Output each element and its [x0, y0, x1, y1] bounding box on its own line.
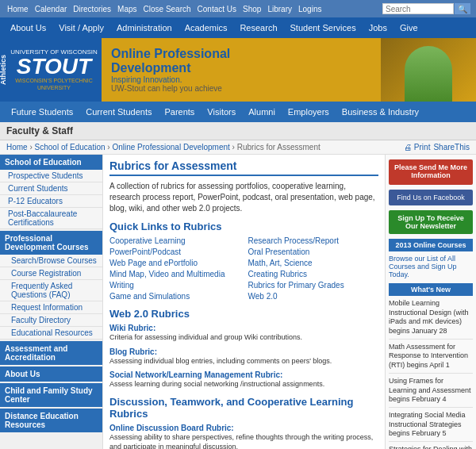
- top-nav-logins[interactable]: Logins: [296, 4, 324, 14]
- info-request-box[interactable]: Please Send Me More Information: [389, 159, 473, 185]
- banner-image: [381, 38, 476, 102]
- sidebar-assessment-section: Assessment and Accreditation: [0, 341, 102, 365]
- top-nav-calendar[interactable]: Calendar: [33, 4, 70, 14]
- secondary-navigation: Future Students Current Students Parents…: [0, 102, 476, 122]
- top-nav-shop[interactable]: Shop: [240, 4, 263, 14]
- secnav-employers[interactable]: Employers: [282, 105, 336, 119]
- person-image: [405, 46, 452, 102]
- quick-links-grid: Cooperative Learning Research Process/Re…: [109, 236, 378, 301]
- sidebar-professional-title[interactable]: Professional Development Courses: [0, 231, 102, 255]
- social-rubric-link[interactable]: Social Network/Learning Management Rubri…: [109, 370, 282, 379]
- newsletter-box[interactable]: Sign Up To Receive Our Newsletter: [389, 210, 473, 234]
- sidebar-child-section: Child and Family Study Center: [0, 383, 102, 407]
- sidebar-prospective[interactable]: Prospective Students: [0, 170, 102, 182]
- sidebar-p12[interactable]: P-12 Educators: [0, 195, 102, 208]
- top-nav-home[interactable]: Home: [5, 4, 31, 14]
- quick-link-math[interactable]: Math, Art, Science: [248, 258, 379, 268]
- web20-title: Web 2.0 Rubrics: [109, 308, 378, 320]
- intro-text: A collection of rubrics for assessing po…: [109, 181, 378, 214]
- blog-rubric-desc: Assessing individual blog entries, inclu…: [109, 357, 378, 366]
- nav-give[interactable]: Give: [394, 21, 424, 35]
- quick-link-oral[interactable]: Oral Presentation: [248, 247, 379, 257]
- sharethis-link[interactable]: ShareThis: [433, 143, 470, 152]
- nav-administration[interactable]: Administration: [111, 21, 178, 35]
- banner: Athletics UNIVERSITY OF WISCONSIN STOUT …: [0, 38, 476, 102]
- event-4-text: Integrating Social Media Instructional S…: [389, 411, 466, 437]
- quick-link-games[interactable]: Game and Simulations: [109, 291, 240, 301]
- sidebar-child-title[interactable]: Child and Family Study Center: [0, 383, 102, 407]
- quick-link-webpage[interactable]: Web Page and ePortfolio: [109, 258, 240, 268]
- top-nav-close-search[interactable]: Close Search: [141, 4, 194, 14]
- sidebar-postbacc[interactable]: Post-Baccalaureate Certifications: [0, 208, 102, 229]
- nav-research[interactable]: Research: [234, 21, 282, 35]
- university-logo: UNIVERSITY OF WISCONSIN STOUT WISCONSIN'…: [6, 38, 102, 102]
- facebook-box[interactable]: Find Us on Facebook: [389, 190, 473, 205]
- faculty-staff-header: Faculty & Staff: [0, 122, 476, 140]
- nav-student-services[interactable]: Student Services: [285, 21, 362, 35]
- banner-tagline: Inspiring Innovation.: [111, 75, 371, 84]
- quick-link-creating[interactable]: Creating Rubrics: [248, 269, 379, 279]
- info-box-title: Please Send Me More Information: [393, 163, 469, 179]
- top-nav-library[interactable]: Library: [265, 4, 294, 14]
- wiki-rubric-link[interactable]: Wiki Rubric:: [109, 324, 155, 332]
- social-rubric: Social Network/Learning Management Rubri…: [109, 370, 378, 390]
- quick-link-mindmap[interactable]: Mind Map, Video and Multimedia: [109, 269, 240, 279]
- sidebar-about-title[interactable]: About Us: [0, 366, 102, 382]
- event-3-text: Using Frames for Learning and Assessment…: [389, 377, 471, 403]
- sidebar-search-browse[interactable]: Search/Browse Courses: [0, 255, 102, 267]
- quick-link-research[interactable]: Research Process/Report: [248, 236, 379, 246]
- top-nav-maps[interactable]: Maps: [115, 4, 139, 14]
- search-input[interactable]: [382, 3, 454, 14]
- sidebar-request-info[interactable]: Request Information: [0, 301, 102, 314]
- sidebar-educational-res[interactable]: Educational Resources: [0, 327, 102, 340]
- sidebar-faq[interactable]: Frequently Asked Questions (FAQ): [0, 280, 102, 301]
- nav-jobs[interactable]: Jobs: [363, 21, 393, 35]
- sidebar-about-section: About Us: [0, 366, 102, 382]
- athletics-label: Athletics: [0, 38, 6, 102]
- blog-rubric: Blog Rubric: Assessing individual blog e…: [109, 347, 378, 366]
- social-rubric-desc: Assess learning during social networking…: [109, 380, 378, 390]
- secnav-business[interactable]: Business & Industry: [336, 105, 425, 119]
- event-4: Integrating Social Media Instructional S…: [389, 411, 473, 442]
- event-5-text: Strategies for Dealing with Disruptive S…: [389, 445, 472, 449]
- sidebar-registration[interactable]: Course Registration: [0, 267, 102, 280]
- secnav-visitors[interactable]: Visitors: [201, 105, 242, 119]
- logo-polytechnic-text: WISCONSIN'S POLYTECHNIC UNIVERSITY: [6, 78, 102, 91]
- secnav-alumni[interactable]: Alumni: [242, 105, 282, 119]
- whats-new-title: What's New: [389, 283, 473, 296]
- nav-academics[interactable]: Academics: [179, 21, 233, 35]
- sidebar-school-title[interactable]: School of Education: [0, 155, 102, 170]
- sidebar-current[interactable]: Current Students: [0, 182, 102, 195]
- quick-link-writing[interactable]: Writing: [109, 280, 240, 290]
- quick-link-primary[interactable]: Rubrics for Primary Grades: [248, 280, 379, 290]
- nav-visit-apply[interactable]: Visit / Apply: [53, 21, 109, 35]
- banner-subtagline: UW-Stout can help you achieve: [111, 84, 371, 93]
- quick-link-powerpoint[interactable]: PowerPoint/Podcast: [109, 247, 240, 257]
- sidebar-distance-title[interactable]: Distance Education Resources: [0, 409, 102, 432]
- secnav-current-students[interactable]: Current Students: [79, 105, 158, 119]
- search-button[interactable]: 🔍: [454, 2, 471, 15]
- top-nav-directories[interactable]: Directories: [71, 4, 113, 14]
- faculty-staff-label: Faculty & Staff: [6, 125, 73, 136]
- sidebar-assessment-title[interactable]: Assessment and Accreditation: [0, 341, 102, 365]
- breadcrumb-opd[interactable]: Online Professional Development: [112, 143, 229, 152]
- breadcrumb-home[interactable]: Home: [6, 143, 28, 152]
- secnav-parents[interactable]: Parents: [158, 105, 201, 119]
- quick-link-cooperative[interactable]: Cooperative Learning: [109, 236, 240, 246]
- main-navigation: About Us Visit / Apply Administration Ac…: [0, 17, 476, 38]
- logo-stout-text: STOUT: [17, 56, 91, 78]
- secnav-future-students[interactable]: Future Students: [5, 105, 79, 119]
- quick-link-web20[interactable]: Web 2.0: [248, 291, 379, 301]
- breadcrumb-school[interactable]: School of Education: [35, 143, 106, 152]
- left-sidebar: School of Education Prospective Students…: [0, 155, 103, 449]
- top-nav-contact[interactable]: Contact Us: [195, 4, 239, 14]
- event-1-text: Mobile Learning Instructional Design (wi…: [389, 299, 469, 335]
- online-courses-sub[interactable]: Browse our List of All Courses and Sign …: [389, 255, 473, 278]
- print-link[interactable]: 🖨 Print: [404, 143, 430, 152]
- nav-about-us[interactable]: About Us: [5, 21, 52, 35]
- online-disc-link[interactable]: Online Discussion Board Rubric:: [109, 424, 234, 432]
- sidebar-faculty-dir[interactable]: Faculty Directory: [0, 314, 102, 327]
- sidebar-school-section: School of Education Prospective Students…: [0, 155, 102, 229]
- blog-rubric-link[interactable]: Blog Rubric:: [109, 347, 157, 356]
- breadcrumb: Home › School of Education › Online Prof…: [0, 140, 476, 155]
